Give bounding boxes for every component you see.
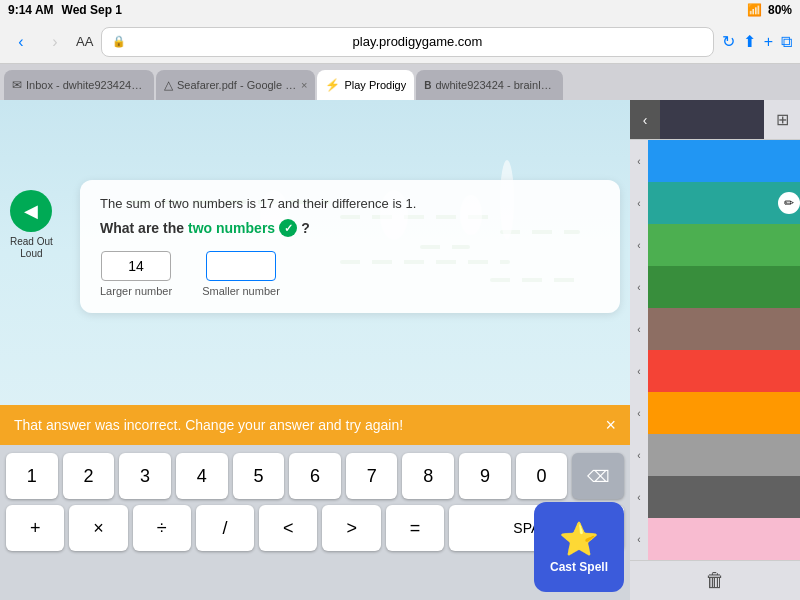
- color-row-teal: ‹ ✏: [630, 182, 800, 224]
- sidebar-dark-swatch[interactable]: [660, 100, 764, 139]
- forward-button[interactable]: ›: [42, 29, 68, 55]
- refresh-button[interactable]: ↻: [722, 32, 735, 51]
- back-button[interactable]: ‹: [8, 29, 34, 55]
- date-display: Wed Sep 1: [62, 3, 122, 17]
- color-swatch-lightgray[interactable]: [648, 434, 800, 476]
- color-swatch-darkgray[interactable]: [648, 476, 800, 518]
- key-multiply[interactable]: ×: [69, 505, 127, 551]
- key-6[interactable]: 6: [289, 453, 341, 499]
- key-plus[interactable]: +: [6, 505, 64, 551]
- question-suffix: ?: [301, 220, 310, 236]
- key-8[interactable]: 8: [402, 453, 454, 499]
- game-area: ◀ Read Out Loud The sum of two numbers i…: [0, 100, 630, 600]
- tab-inbox[interactable]: ✉ Inbox - dwhite923424@elkh...: [4, 70, 154, 100]
- checkmark-badge: ✓: [279, 219, 297, 237]
- tabs-overview-button[interactable]: ⧉: [781, 33, 792, 51]
- speaker-icon: ◀: [24, 200, 38, 222]
- tabs-bar: ✉ Inbox - dwhite923424@elkh... △ Seafare…: [0, 64, 800, 100]
- cast-spell-button[interactable]: ⭐ Cast Spell: [534, 502, 624, 592]
- larger-number-group: 14 Larger number: [100, 251, 172, 297]
- tab-label-inbox: Inbox - dwhite923424@elkh...: [26, 79, 146, 91]
- color-swatch-blue[interactable]: [648, 140, 800, 182]
- question-highlight: two numbers: [188, 220, 275, 236]
- notification-bar: That answer was incorrect. Change your a…: [0, 405, 630, 445]
- key-3[interactable]: 3: [119, 453, 171, 499]
- tab-prodigy[interactable]: ⚡ Play Prodigy: [317, 70, 414, 100]
- color-row-brown: ‹: [630, 308, 800, 350]
- key-5[interactable]: 5: [233, 453, 285, 499]
- color-arrow-brown[interactable]: ‹: [630, 308, 648, 350]
- color-arrow-darkgray[interactable]: ‹: [630, 476, 648, 518]
- lock-icon: 🔒: [112, 35, 126, 48]
- tab-seafarer[interactable]: △ Seafarer.pdf - Google Drive ×: [156, 70, 315, 100]
- tab-brainly[interactable]: B dwhite923424 - brainly.com: [416, 70, 563, 100]
- smaller-number-input[interactable]: [206, 251, 276, 281]
- color-row-blue: ‹: [630, 140, 800, 182]
- read-out-loud-button[interactable]: ◀ Read Out Loud: [10, 190, 53, 260]
- color-arrow-green[interactable]: ‹: [630, 224, 648, 266]
- key-divide[interactable]: ÷: [133, 505, 191, 551]
- backspace-key[interactable]: ⌫: [572, 453, 624, 499]
- color-arrow-teal[interactable]: ‹: [630, 182, 648, 224]
- wifi-icon: 📶: [747, 3, 762, 17]
- delete-button[interactable]: 🗑: [630, 560, 800, 600]
- tab-favicon-prodigy: ⚡: [325, 78, 340, 92]
- url-text: play.prodigygame.com: [132, 34, 702, 49]
- tab-label-prodigy: Play Prodigy: [344, 79, 406, 91]
- url-bar[interactable]: 🔒 play.prodigygame.com: [101, 27, 713, 57]
- color-row-orange: ‹: [630, 392, 800, 434]
- key-7[interactable]: 7: [346, 453, 398, 499]
- right-sidebar: ‹ ⊞ ‹ ‹ ✏ ‹ ‹: [630, 100, 800, 600]
- color-list: ‹ ‹ ✏ ‹ ‹ ‹: [630, 140, 800, 560]
- read-button-label: Read Out Loud: [10, 236, 53, 260]
- color-row-red: ‹: [630, 350, 800, 392]
- browser-actions: ↻ ⬆ + ⧉: [722, 32, 792, 51]
- pencil-icon[interactable]: ✏: [778, 192, 800, 214]
- keyboard-row-1: 1 2 3 4 5 6 7 8 9 0 ⌫: [6, 453, 624, 499]
- status-bar: 9:14 AM Wed Sep 1 📶 80%: [0, 0, 800, 20]
- cast-spell-label: Cast Spell: [550, 560, 608, 574]
- key-less[interactable]: <: [259, 505, 317, 551]
- reader-mode-button[interactable]: AA: [76, 34, 93, 49]
- key-9[interactable]: 9: [459, 453, 511, 499]
- smaller-number-label: Smaller number: [202, 285, 280, 297]
- larger-number-input[interactable]: 14: [101, 251, 171, 281]
- tab-label-brainly: dwhite923424 - brainly.com: [435, 79, 555, 91]
- notification-close-button[interactable]: ×: [605, 415, 616, 436]
- key-greater[interactable]: >: [322, 505, 380, 551]
- share-button[interactable]: ⬆: [743, 32, 756, 51]
- key-1[interactable]: 1: [6, 453, 58, 499]
- sidebar-back-button[interactable]: ‹: [630, 100, 660, 139]
- color-arrow-red[interactable]: ‹: [630, 350, 648, 392]
- read-button-circle: ◀: [10, 190, 52, 232]
- browser-chrome: ‹ › AA 🔒 play.prodigygame.com ↻ ⬆ + ⧉: [0, 20, 800, 64]
- color-arrow-lightgray[interactable]: ‹: [630, 434, 648, 476]
- tab-favicon-seafarer: △: [164, 78, 173, 92]
- key-2[interactable]: 2: [63, 453, 115, 499]
- color-swatch-red[interactable]: [648, 350, 800, 392]
- spell-star-icon: ⭐: [559, 520, 599, 558]
- color-swatch-orange[interactable]: [648, 392, 800, 434]
- new-tab-button[interactable]: +: [764, 33, 773, 51]
- color-swatch-green[interactable]: [648, 224, 800, 266]
- question-text: The sum of two numbers is 17 and their d…: [100, 196, 600, 211]
- color-swatch-pink[interactable]: [648, 518, 800, 560]
- key-0[interactable]: 0: [516, 453, 568, 499]
- tab-close-seafarer[interactable]: ×: [301, 79, 307, 91]
- color-row-lightgray: ‹: [630, 434, 800, 476]
- keyboard-row-2: + × ÷ / < > = SPACE: [6, 505, 624, 551]
- color-arrow-darkgreen[interactable]: ‹: [630, 266, 648, 308]
- key-slash[interactable]: /: [196, 505, 254, 551]
- time-display: 9:14 AM: [8, 3, 54, 17]
- larger-number-label: Larger number: [100, 285, 172, 297]
- color-row-darkgray: ‹: [630, 476, 800, 518]
- color-arrow-blue[interactable]: ‹: [630, 140, 648, 182]
- sidebar-grid-button[interactable]: ⊞: [764, 100, 800, 139]
- color-arrow-orange[interactable]: ‹: [630, 392, 648, 434]
- key-4[interactable]: 4: [176, 453, 228, 499]
- question-panel: The sum of two numbers is 17 and their d…: [80, 180, 620, 313]
- color-arrow-pink[interactable]: ‹: [630, 518, 648, 560]
- color-swatch-darkgreen[interactable]: [648, 266, 800, 308]
- key-equals[interactable]: =: [386, 505, 444, 551]
- color-swatch-brown[interactable]: [648, 308, 800, 350]
